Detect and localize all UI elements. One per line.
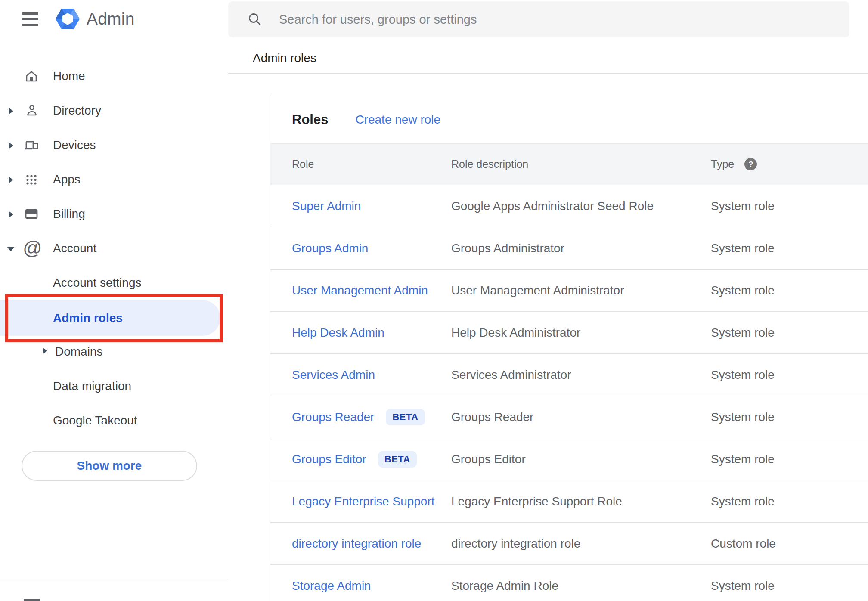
table-body: Super Admin Google Apps Administrator Se… <box>270 185 868 601</box>
role-type: System role <box>711 199 775 213</box>
sidebar-item-domains[interactable]: Domains <box>0 335 228 369</box>
role-type: System role <box>711 368 775 382</box>
sidebar-item-label: Account <box>53 231 96 266</box>
role-description: Storage Admin Role <box>451 579 558 592</box>
column-header-role: Role <box>270 158 451 170</box>
sidebar-item-label: Directory <box>53 93 101 128</box>
sidebar-item-label: Domains <box>55 335 102 369</box>
beta-badge: BETA <box>386 409 425 425</box>
roles-card: Roles Create new role Role Role descript… <box>270 96 868 601</box>
role-type: System role <box>711 495 775 508</box>
role-link[interactable]: Help Desk Admin <box>292 326 384 339</box>
app-title: Admin <box>87 6 135 31</box>
sidebar-item-directory[interactable]: Directory <box>0 93 228 128</box>
column-header-type: Type <box>711 158 734 170</box>
role-description: Groups Administrator <box>451 242 564 255</box>
role-link[interactable]: Legacy Enterprise Support <box>292 495 435 508</box>
credit-card-icon <box>24 207 39 221</box>
role-link[interactable]: directory integration role <box>292 537 421 550</box>
role-description: Legacy Enterprise Support Role <box>451 495 622 508</box>
sidebar-item-admin-roles-selected[interactable]: Admin roles <box>0 300 220 336</box>
role-link[interactable]: Services Admin <box>292 368 375 381</box>
role-description: Groups Reader <box>451 410 533 424</box>
expand-arrow-icon[interactable] <box>9 142 13 149</box>
table-row: Storage Admin Storage Admin Role System … <box>270 565 868 601</box>
role-type: System role <box>711 326 775 340</box>
sidebar-item-account[interactable]: @ Account <box>0 231 228 266</box>
hamburger-menu-icon[interactable] <box>22 12 38 26</box>
sidebar-item-devices[interactable]: Devices <box>0 128 228 162</box>
sidebar-item-label: Home <box>53 59 85 93</box>
table-row: Services Admin Services Administrator Sy… <box>270 354 868 396</box>
collapse-arrow-icon[interactable] <box>7 247 15 251</box>
role-description: directory integration role <box>451 537 580 550</box>
sidebar-item-label: Data migration <box>53 369 131 403</box>
role-description: Google Apps Administrator Seed Role <box>451 199 654 213</box>
role-link[interactable]: Groups Reader <box>292 410 374 424</box>
table-row: Help Desk Admin Help Desk Administrator … <box>270 312 868 354</box>
person-icon <box>24 103 39 118</box>
role-link[interactable]: User Management Admin <box>292 284 428 297</box>
role-type: System role <box>711 452 775 466</box>
panel-title: Roles <box>292 112 328 127</box>
role-link[interactable]: Storage Admin <box>292 579 371 592</box>
sidebar-item-label: Google Takeout <box>53 403 137 438</box>
table-row: Groups ReaderBETA Groups Reader System r… <box>270 396 868 438</box>
sidebar-item-home[interactable]: Home <box>0 59 228 93</box>
role-description: Groups Editor <box>451 452 526 466</box>
role-link[interactable]: Super Admin <box>292 199 361 213</box>
content-divider <box>228 73 868 74</box>
role-type: System role <box>711 242 775 255</box>
admin-hexagon-logo-icon <box>55 6 81 32</box>
sidebar-item-label: Admin roles <box>53 300 123 336</box>
table-row: Super Admin Google Apps Administrator Se… <box>270 185 868 227</box>
roles-card-header: Roles Create new role <box>270 96 868 143</box>
search-bar[interactable] <box>228 1 849 37</box>
column-header-role-description: Role description <box>451 158 711 170</box>
table-row: Groups Admin Groups Administrator System… <box>270 227 868 270</box>
role-link[interactable]: Groups Editor <box>292 452 366 466</box>
role-type: System role <box>711 284 775 297</box>
at-sign-icon: @ <box>23 237 42 259</box>
sidebar-item-data-migration[interactable]: Data migration <box>0 369 228 403</box>
sidebar-item-label: Account settings <box>53 266 141 300</box>
role-type: System role <box>711 579 775 593</box>
expand-arrow-icon[interactable] <box>9 211 13 218</box>
role-type: System role <box>711 410 775 424</box>
table-row: User Management Admin User Management Ad… <box>270 270 868 312</box>
expand-arrow-icon[interactable] <box>9 108 13 115</box>
create-new-role-link[interactable]: Create new role <box>355 113 440 127</box>
sidebar-item-account-settings[interactable]: Account settings <box>0 266 228 300</box>
sidebar-bottom-divider <box>0 579 228 579</box>
breadcrumb: Admin roles <box>253 51 316 65</box>
table-row: directory integration role directory int… <box>270 523 868 565</box>
sidebar-item-label: Devices <box>53 128 96 162</box>
role-description: Services Administrator <box>451 368 571 381</box>
help-icon[interactable]: ? <box>744 158 757 170</box>
apps-grid-icon <box>24 172 39 187</box>
sidebar-item-google-takeout[interactable]: Google Takeout <box>0 403 228 438</box>
sidebar: Admin Home Directory D <box>0 0 228 601</box>
show-more-button[interactable]: Show more <box>22 451 197 481</box>
table-row: Groups EditorBETA Groups Editor System r… <box>270 438 868 480</box>
role-link[interactable]: Groups Admin <box>292 242 368 255</box>
sidebar-item-apps[interactable]: Apps <box>0 162 228 197</box>
sidebar-item-label: Billing <box>53 197 85 231</box>
role-description: User Management Administrator <box>451 284 624 297</box>
sidebar-item-label: Apps <box>53 162 81 197</box>
expand-arrow-icon[interactable] <box>43 348 47 354</box>
table-header-row: Role Role description Type ? <box>270 143 868 185</box>
beta-badge: BETA <box>378 451 417 468</box>
role-type: Custom role <box>711 537 776 551</box>
search-input[interactable] <box>228 1 849 37</box>
sidebar-nav: Home Directory Devices <box>0 59 228 438</box>
devices-icon <box>24 138 39 152</box>
expand-arrow-icon[interactable] <box>9 177 13 183</box>
home-icon <box>24 69 39 84</box>
sidebar-item-billing[interactable]: Billing <box>0 197 228 231</box>
role-description: Help Desk Administrator <box>451 326 580 339</box>
table-row: Legacy Enterprise Support Legacy Enterpr… <box>270 480 868 523</box>
partially-visible-icon <box>24 599 40 601</box>
